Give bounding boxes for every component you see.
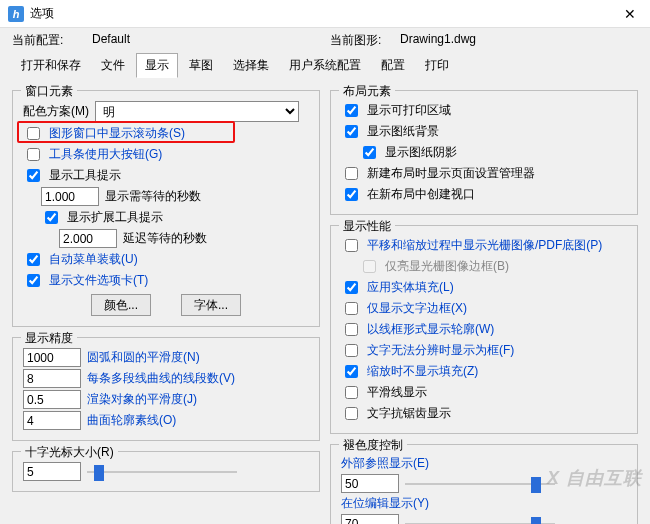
show-printable-label: 显示可打印区域 [367, 102, 451, 119]
xref-fade-input[interactable] [341, 474, 399, 493]
surface-lines-input[interactable] [23, 411, 81, 430]
render-smooth-input[interactable] [23, 390, 81, 409]
tooltips-label: 显示工具提示 [49, 167, 121, 184]
legend-fade-control: 褪色度控制 [339, 437, 407, 454]
cursor-size-input[interactable] [23, 462, 81, 481]
create-viewport-checkbox[interactable] [345, 188, 358, 201]
arc-smooth-input[interactable] [23, 348, 81, 367]
big-buttons-checkbox[interactable] [27, 148, 40, 161]
xref-fade-label: 外部参照显示(E) [341, 455, 429, 472]
legend-display-precision: 显示精度 [21, 330, 77, 347]
new-layout-pagesetup-label: 新建布局时显示页面设置管理器 [367, 165, 535, 182]
inplace-fade-input[interactable] [341, 514, 399, 524]
tab-3[interactable]: 草图 [180, 53, 222, 78]
close-icon[interactable]: ✕ [618, 6, 642, 22]
polyline-segs-input[interactable] [23, 369, 81, 388]
highlight-raster-border-checkbox [363, 260, 376, 273]
antialias-text-label: 文字抗锯齿显示 [367, 405, 451, 422]
autoload-menu-label: 自动菜单装载(U) [49, 251, 138, 268]
highlight-raster-border-label: 仅亮显光栅图像边框(B) [385, 258, 509, 275]
right-column: 布局元素 显示可打印区域 显示图纸背景 显示图纸阴影 新建布局时显示页面设置管理… [330, 84, 638, 524]
ext-tooltip-delay-label: 延迟等待的秒数 [123, 230, 207, 247]
left-column: 窗口元素 配色方案(M) 明 图形窗口中显示滚动条(S) 工具条使用大按钮(G)… [12, 84, 320, 524]
legend-layout-elements: 布局元素 [339, 83, 395, 100]
tooltip-delay-input[interactable] [41, 187, 99, 206]
autoload-menu-checkbox[interactable] [27, 253, 40, 266]
text-as-frame-label: 文字无法分辨时显示为框(F) [367, 342, 514, 359]
wireframe-silhouette-checkbox[interactable] [345, 323, 358, 336]
tab-0[interactable]: 打开和保存 [12, 53, 90, 78]
inplace-fade-slider[interactable] [405, 515, 555, 525]
solid-fill-checkbox[interactable] [345, 281, 358, 294]
text-frame-only-checkbox[interactable] [345, 302, 358, 315]
color-scheme-select[interactable]: 明 [95, 101, 299, 122]
arc-smooth-label: 圆弧和圆的平滑度(N) [87, 349, 200, 366]
render-smooth-label: 渲染对象的平滑度(J) [87, 391, 197, 408]
group-window-elements: 窗口元素 配色方案(M) 明 图形窗口中显示滚动条(S) 工具条使用大按钮(G)… [12, 90, 320, 327]
scrollbar-checkbox[interactable] [27, 127, 40, 140]
no-fill-zoom-checkbox[interactable] [345, 365, 358, 378]
ext-tooltip-checkbox[interactable] [45, 211, 58, 224]
info-row: 当前配置: Default 当前图形: Drawing1.dwg [0, 28, 650, 51]
app-icon: h [8, 6, 24, 22]
current-drawing-label: 当前图形: [330, 32, 400, 49]
show-paper-shadow-checkbox[interactable] [363, 146, 376, 159]
file-tabs-label: 显示文件选项卡(T) [49, 272, 148, 289]
create-viewport-label: 在新布局中创建视口 [367, 186, 475, 203]
current-config-value: Default [92, 32, 330, 49]
antialias-text-checkbox[interactable] [345, 407, 358, 420]
smooth-line-label: 平滑线显示 [367, 384, 427, 401]
color-scheme-label: 配色方案(M) [23, 103, 89, 120]
colors-button[interactable]: 颜色... [91, 294, 151, 316]
tab-6[interactable]: 配置 [372, 53, 414, 78]
pan-zoom-raster-label: 平移和缩放过程中显示光栅图像/PDF底图(P) [367, 237, 602, 254]
tab-7[interactable]: 打印 [416, 53, 458, 78]
title-bar: h 选项 ✕ [0, 0, 650, 28]
window-title: 选项 [30, 5, 618, 22]
tab-bar: 打开和保存文件显示草图选择集用户系统配置配置打印 [0, 53, 650, 78]
show-printable-checkbox[interactable] [345, 104, 358, 117]
wireframe-silhouette-label: 以线框形式显示轮廓(W) [367, 321, 494, 338]
file-tabs-checkbox[interactable] [27, 274, 40, 287]
polyline-segs-label: 每条多段线曲线的线段数(V) [87, 370, 235, 387]
group-fade-control: 褪色度控制 外部参照显示(E) 在位编辑显示(Y) [330, 444, 638, 524]
no-fill-zoom-label: 缩放时不显示填充(Z) [367, 363, 478, 380]
tab-5[interactable]: 用户系统配置 [280, 53, 370, 78]
tab-2[interactable]: 显示 [136, 53, 178, 78]
show-paper-shadow-label: 显示图纸阴影 [385, 144, 457, 161]
legend-window-elements: 窗口元素 [21, 83, 77, 100]
smooth-line-checkbox[interactable] [345, 386, 358, 399]
tab-1[interactable]: 文件 [92, 53, 134, 78]
tooltips-checkbox[interactable] [27, 169, 40, 182]
tooltip-delay-label: 显示需等待的秒数 [105, 188, 201, 205]
fonts-button[interactable]: 字体... [181, 294, 241, 316]
pan-zoom-raster-checkbox[interactable] [345, 239, 358, 252]
group-layout-elements: 布局元素 显示可打印区域 显示图纸背景 显示图纸阴影 新建布局时显示页面设置管理… [330, 90, 638, 215]
group-cursor-size: 十字光标大小(R) [12, 451, 320, 492]
xref-fade-slider[interactable] [405, 475, 555, 493]
current-drawing-value: Drawing1.dwg [400, 32, 638, 49]
new-layout-pagesetup-checkbox[interactable] [345, 167, 358, 180]
text-frame-only-label: 仅显示文字边框(X) [367, 300, 467, 317]
solid-fill-label: 应用实体填充(L) [367, 279, 454, 296]
ext-tooltip-delay-input[interactable] [59, 229, 117, 248]
legend-cursor-size: 十字光标大小(R) [21, 444, 118, 461]
surface-lines-label: 曲面轮廓素线(O) [87, 412, 176, 429]
tab-4[interactable]: 选择集 [224, 53, 278, 78]
current-config-label: 当前配置: [12, 32, 92, 49]
group-display-performance: 显示性能 平移和缩放过程中显示光栅图像/PDF底图(P) 仅亮显光栅图像边框(B… [330, 225, 638, 434]
show-paper-bg-label: 显示图纸背景 [367, 123, 439, 140]
ext-tooltip-label: 显示扩展工具提示 [67, 209, 163, 226]
scrollbar-label: 图形窗口中显示滚动条(S) [49, 125, 185, 142]
text-as-frame-checkbox[interactable] [345, 344, 358, 357]
big-buttons-label: 工具条使用大按钮(G) [49, 146, 162, 163]
show-paper-bg-checkbox[interactable] [345, 125, 358, 138]
group-display-precision: 显示精度 圆弧和圆的平滑度(N) 每条多段线曲线的线段数(V) 渲染对象的平滑度… [12, 337, 320, 441]
legend-display-performance: 显示性能 [339, 218, 395, 235]
inplace-fade-label: 在位编辑显示(Y) [341, 495, 429, 512]
cursor-size-slider[interactable] [87, 463, 237, 481]
